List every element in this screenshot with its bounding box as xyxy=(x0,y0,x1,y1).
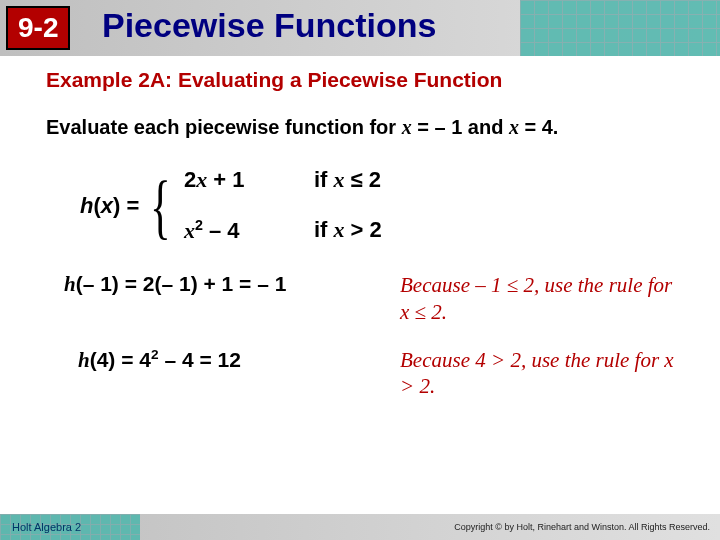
prompt-text: Evaluate each piecewise function for x =… xyxy=(46,114,680,141)
slide-footer: Holt Algebra 2 Copyright © by Holt, Rine… xyxy=(0,514,720,540)
piece-2-tail: – 4 xyxy=(203,218,240,243)
calculations: h(– 1) = 2(– 1) + 1 = – 1 Because – 1 ≤ … xyxy=(64,272,680,399)
piece-1-expr: 2x + 1 xyxy=(184,167,314,193)
brace-icon: { xyxy=(150,170,171,242)
piece-1: 2x + 1 if x ≤ 2 xyxy=(184,167,382,193)
explain-2: Because 4 > 2, use the rule for x > 2. xyxy=(400,347,680,400)
pieces-container: 2x + 1 if x ≤ 2 x2 – 4 if x > 2 xyxy=(184,167,382,244)
explain-1: Because – 1 ≤ 2, use the rule for x ≤ 2. xyxy=(400,272,680,325)
footer-copyright: Copyright © by Holt, Rinehart and Winsto… xyxy=(454,522,710,532)
calc-row-1: h(– 1) = 2(– 1) + 1 = – 1 Because – 1 ≤ … xyxy=(64,272,680,325)
calc-2-exponent: 2 xyxy=(151,347,159,362)
slide-title: Piecewise Functions xyxy=(102,6,436,45)
piece-2-cond: if x > 2 xyxy=(314,217,382,244)
slide-header: 9-2 Piecewise Functions xyxy=(0,0,720,56)
example-heading: Example 2A: Evaluating a Piecewise Funct… xyxy=(46,68,680,92)
header-pattern xyxy=(520,0,720,56)
calc-2: h(4) = 42 – 4 = 12 xyxy=(78,347,364,373)
piecewise-definition: h(x) = { 2x + 1 if x ≤ 2 x2 – 4 if x > 2 xyxy=(80,167,680,244)
slide-content: Example 2A: Evaluating a Piecewise Funct… xyxy=(0,56,720,399)
function-label: h(x) = xyxy=(80,193,139,219)
calc-row-2: h(4) = 42 – 4 = 12 Because 4 > 2, use th… xyxy=(78,347,680,400)
footer-book-title: Holt Algebra 2 xyxy=(12,521,81,533)
piece-2-exponent: 2 xyxy=(195,217,203,233)
chapter-number: 9-2 xyxy=(6,6,70,50)
calc-1: h(– 1) = 2(– 1) + 1 = – 1 xyxy=(64,272,364,297)
piece-2: x2 – 4 if x > 2 xyxy=(184,217,382,244)
piece-2-expr: x2 – 4 xyxy=(184,217,314,244)
calc-2-tail: – 4 = 12 xyxy=(159,348,241,371)
piece-1-cond: if x ≤ 2 xyxy=(314,167,381,193)
